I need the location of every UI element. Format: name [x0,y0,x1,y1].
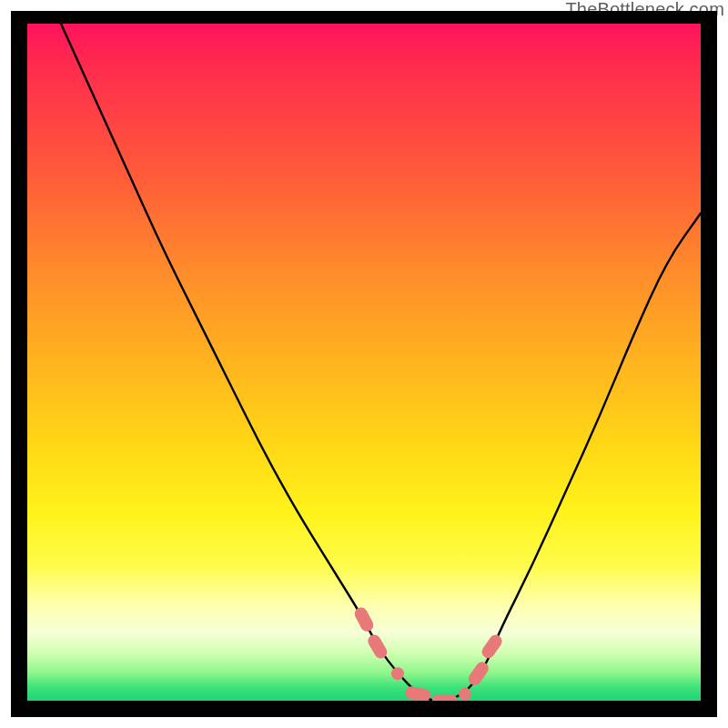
curve-marker [432,694,458,701]
bottleneck-curve [61,24,701,701]
plot-area [27,24,701,701]
curve-svg [27,24,701,701]
curve-marker [391,667,404,680]
chart-frame: TheBottleneck.com [0,0,728,728]
marker-layer [352,605,504,701]
curve-marker [466,660,491,688]
curve-layer [61,24,701,701]
curve-marker [404,685,431,701]
curve-marker [459,688,471,701]
curve-marker [352,605,376,633]
plot-border [11,11,717,717]
curve-marker [480,632,505,661]
